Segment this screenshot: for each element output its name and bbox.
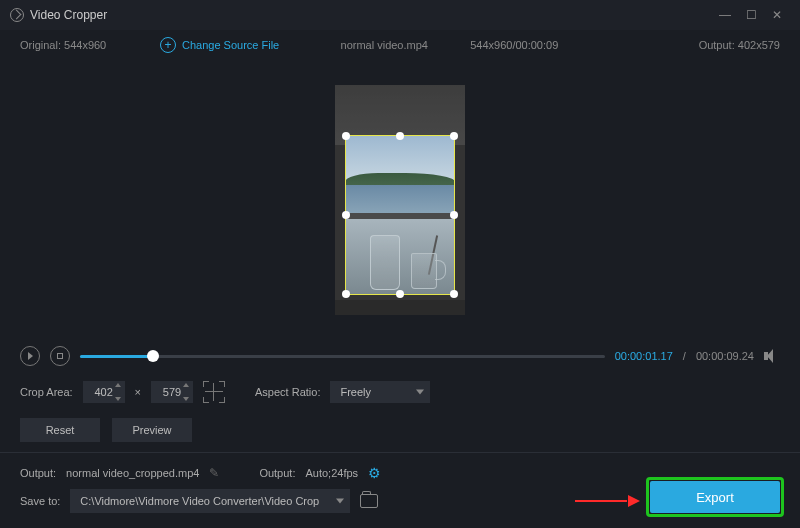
stop-button[interactable]: [50, 346, 70, 366]
chevron-down-icon: [336, 499, 344, 504]
aspect-ratio-label: Aspect Ratio:: [255, 386, 320, 398]
play-button[interactable]: [20, 346, 40, 366]
export-button[interactable]: Export: [650, 481, 780, 513]
save-path-value: C:\Vidmore\Vidmore Video Converter\Video…: [80, 495, 319, 507]
chevron-down-icon[interactable]: [183, 397, 189, 401]
annotation-arrow: [575, 495, 640, 507]
stop-icon: [57, 353, 63, 359]
timeline-slider[interactable]: [80, 355, 605, 358]
output-format-label: Output:: [259, 467, 295, 479]
source-filename: normal video.mp4: [319, 39, 449, 51]
time-sep: /: [683, 350, 686, 362]
crop-width-input[interactable]: 402: [83, 381, 125, 403]
center-crop-button[interactable]: [203, 381, 225, 403]
preview-area: [0, 60, 800, 340]
output-file-name: normal video_cropped.mp4: [66, 467, 199, 479]
save-to-label: Save to:: [20, 495, 60, 507]
save-row: Save to: C:\Vidmore\Vidmore Video Conver…: [0, 485, 800, 523]
original-size: Original: 544x960: [20, 39, 160, 51]
window-title: Video Cropper: [30, 8, 712, 22]
original-dims: 544x960: [64, 39, 106, 51]
chevron-down-icon: [416, 390, 424, 395]
output-file-label: Output:: [20, 467, 56, 479]
crop-controls: Crop Area: 402 × 579 Aspect Ratio: Freel…: [0, 372, 800, 412]
minimize-button[interactable]: —: [712, 8, 738, 22]
aspect-ratio-select[interactable]: Freely: [330, 381, 430, 403]
change-source-label: Change Source File: [182, 39, 279, 51]
aspect-ratio-value: Freely: [340, 386, 371, 398]
video-frame[interactable]: [335, 85, 465, 315]
close-button[interactable]: ✕: [764, 8, 790, 22]
open-folder-button[interactable]: [360, 494, 378, 508]
chevron-down-icon[interactable]: [115, 397, 121, 401]
maximize-button[interactable]: ☐: [738, 8, 764, 22]
volume-icon[interactable]: [764, 349, 780, 363]
timeline-knob[interactable]: [147, 350, 159, 362]
divider: [0, 452, 800, 453]
title-bar: Video Cropper — ☐ ✕: [0, 0, 800, 30]
info-bar: Original: 544x960 + Change Source File n…: [0, 30, 800, 60]
save-path-select[interactable]: C:\Vidmore\Vidmore Video Converter\Video…: [70, 489, 350, 513]
chevron-up-icon[interactable]: [115, 383, 121, 387]
edit-icon[interactable]: ✎: [209, 466, 219, 480]
output-label: Output:: [699, 39, 735, 51]
crop-height-value: 579: [163, 386, 181, 398]
output-dims: 402x579: [738, 39, 780, 51]
output-format-value: Auto;24fps: [305, 467, 358, 479]
reset-button[interactable]: Reset: [20, 418, 100, 442]
plus-circle-icon: +: [160, 37, 176, 53]
chevron-up-icon[interactable]: [183, 383, 189, 387]
play-bar: 00:00:01.17/00:00:09.24: [0, 340, 800, 372]
crop-width-value: 402: [94, 386, 112, 398]
time-duration: 00:00:09.24: [696, 350, 754, 362]
crop-area-label: Crop Area:: [20, 386, 73, 398]
app-icon: [10, 8, 24, 22]
source-info: 544x960/00:00:09: [449, 39, 579, 51]
time-current: 00:00:01.17: [615, 350, 673, 362]
crop-height-input[interactable]: 579: [151, 381, 193, 403]
multiply-label: ×: [135, 386, 141, 398]
action-row: Reset Preview: [0, 412, 800, 448]
preview-button[interactable]: Preview: [112, 418, 192, 442]
original-label: Original:: [20, 39, 61, 51]
play-icon: [28, 352, 33, 360]
output-size: Output: 402x579: [579, 39, 780, 51]
gear-icon[interactable]: ⚙: [368, 465, 381, 481]
change-source-button[interactable]: + Change Source File: [160, 37, 279, 53]
